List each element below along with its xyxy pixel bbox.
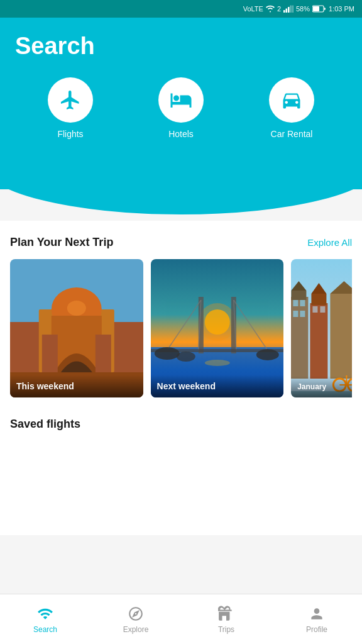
status-bar: VoLTE 2 58% 1:03 PM (0, 0, 362, 18)
hotel-icon (170, 89, 192, 111)
svg-rect-6 (313, 6, 319, 11)
car-rental-label: Car Rental (271, 129, 313, 139)
explore-nav-icon (127, 605, 145, 623)
svg-point-28 (176, 352, 195, 362)
compass-icon (128, 606, 144, 622)
category-car-rental[interactable]: Car Rental (269, 77, 314, 139)
svg-point-30 (204, 360, 229, 366)
trip-section-title: Plan Your Next Trip (10, 236, 113, 249)
person-icon (309, 606, 325, 622)
categories-row: Flights Hotels Car Rental (15, 77, 347, 139)
svg-rect-3 (290, 6, 292, 13)
category-hotels[interactable]: Hotels (158, 77, 204, 139)
signal-bars-icon (283, 5, 293, 13)
explore-all-link[interactable]: Explore All (307, 237, 352, 248)
carrier-num: 2 (277, 5, 281, 13)
search-nav-icon (36, 605, 54, 623)
time-display: 1:03 PM (329, 5, 354, 13)
svg-rect-33 (292, 291, 307, 300)
svg-point-14 (67, 301, 86, 316)
trip-card-label-next-weekend: Next weekend (151, 375, 284, 397)
svg-point-19 (198, 303, 236, 341)
explore-nav-label: Explore (123, 625, 149, 634)
trips-nav-icon (217, 605, 235, 623)
wifi-icon (266, 5, 275, 13)
svg-rect-0 (283, 10, 285, 13)
svg-rect-4 (292, 6, 293, 13)
trip-card-next-weekend[interactable]: Next weekend (151, 259, 284, 397)
search-icon (37, 606, 53, 622)
svg-rect-36 (293, 311, 299, 317)
trip-card-label-this-weekend: This weekend (10, 375, 143, 397)
svg-rect-13 (96, 335, 111, 372)
hotels-circle (158, 77, 204, 123)
hotels-label: Hotels (168, 129, 194, 139)
trip-cards-row: This weekend (10, 259, 352, 397)
svg-rect-40 (313, 306, 318, 313)
flights-label: Flights (57, 129, 83, 139)
hero-section: Search Flights Hotels (0, 18, 362, 189)
trip-card-label-january: January (291, 376, 352, 397)
trip-card-this-weekend[interactable]: This weekend (10, 259, 143, 397)
svg-point-27 (154, 347, 179, 360)
svg-rect-42 (331, 294, 352, 379)
signal-text: VoLTE (243, 5, 263, 13)
svg-rect-38 (310, 303, 328, 379)
search-nav-label: Search (33, 625, 57, 634)
main-content: Plan Your Next Trip Explore All (0, 221, 362, 535)
status-bar-icons: VoLTE 2 58% 1:03 PM (243, 5, 354, 13)
svg-rect-39 (312, 294, 327, 305)
svg-rect-1 (286, 9, 288, 13)
bottom-nav: Search Explore Trips Profile (0, 594, 362, 644)
profile-nav-icon (308, 605, 326, 623)
nav-item-search[interactable]: Search (0, 605, 90, 634)
profile-nav-label: Profile (306, 625, 327, 634)
hero-title: Search (15, 33, 347, 60)
category-flights[interactable]: Flights (48, 77, 93, 139)
trip-card-january[interactable]: January (291, 259, 352, 397)
svg-point-29 (256, 349, 278, 360)
car-rental-circle (269, 77, 314, 123)
battery-text: 58% (296, 5, 310, 13)
svg-rect-32 (291, 297, 308, 379)
saved-flights-title: Saved flights (10, 418, 352, 431)
trips-icon (218, 606, 234, 622)
plane-icon (59, 89, 82, 111)
svg-rect-41 (321, 306, 326, 313)
trip-section-header: Plan Your Next Trip Explore All (10, 236, 352, 249)
nav-item-explore[interactable]: Explore (90, 605, 181, 634)
trips-nav-label: Trips (218, 625, 234, 634)
svg-rect-37 (300, 311, 305, 317)
car-icon (280, 89, 303, 111)
svg-rect-2 (288, 7, 290, 13)
flights-circle (48, 77, 93, 123)
nav-item-trips[interactable]: Trips (181, 605, 272, 634)
battery-icon (312, 5, 326, 13)
svg-rect-35 (300, 300, 305, 306)
svg-rect-34 (293, 300, 299, 306)
nav-item-profile[interactable]: Profile (272, 605, 362, 634)
svg-rect-12 (42, 335, 58, 372)
